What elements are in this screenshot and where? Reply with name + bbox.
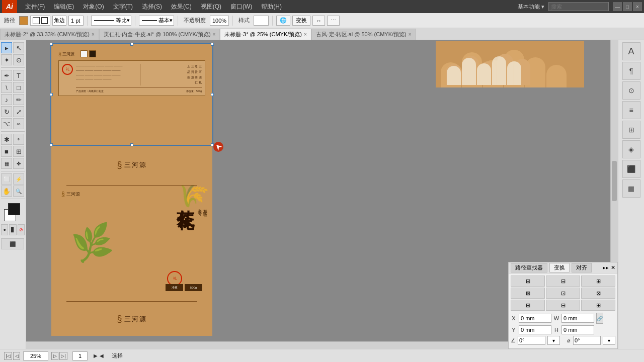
stop-btn[interactable]: ◀: [100, 353, 104, 358]
maximize-button[interactable]: □: [623, 2, 632, 11]
pathfinder-tab[interactable]: 路径查找器: [511, 263, 547, 273]
extra-btn1[interactable]: ↔: [312, 16, 325, 26]
mesh-tool[interactable]: ⊞: [13, 146, 24, 157]
scroll-thumb-v[interactable]: [612, 161, 617, 201]
tab-3[interactable]: 古风-定·转区.ai @ 50% (CMYK/预览) ×: [311, 29, 416, 40]
menu-effect[interactable]: 效果(C): [167, 2, 196, 12]
align-tc[interactable]: ⊟: [546, 276, 580, 287]
panel-menu-btn[interactable]: ▸▸: [603, 264, 609, 271]
eyedropper-tool[interactable]: ✱: [1, 134, 12, 145]
align-bc[interactable]: ⊟: [546, 300, 580, 311]
menu-edit[interactable]: 编辑(E): [50, 2, 78, 12]
hand-tool[interactable]: ✋: [1, 186, 12, 197]
artboard-tool[interactable]: ⬜: [1, 173, 12, 185]
transform-label[interactable]: 变换: [292, 16, 310, 26]
color-btn[interactable]: ⬛: [622, 160, 640, 178]
globe-button[interactable]: 🌐: [276, 16, 290, 26]
rotate-tool[interactable]: ↻: [1, 106, 12, 117]
page-prev-outer[interactable]: |◁: [4, 352, 12, 360]
align-ml[interactable]: ⊠: [511, 288, 545, 299]
play-btn[interactable]: ▶: [94, 353, 98, 358]
lasso-tool[interactable]: ⊙: [13, 54, 24, 65]
align-bl[interactable]: ⊞: [511, 300, 545, 311]
menu-object[interactable]: 对象(O): [79, 2, 108, 12]
type-tool[interactable]: T: [13, 70, 24, 81]
h-input[interactable]: [561, 325, 594, 334]
tab-1[interactable]: 页仁礼-内盒-牛皮.ai* @ 100% (CMYK/预览) ×: [99, 29, 220, 40]
menu-select[interactable]: 选择(S): [138, 2, 166, 12]
paintbrush-tool[interactable]: ♪: [1, 94, 12, 105]
gradient-tool[interactable]: ■: [1, 146, 12, 157]
scale-tool[interactable]: ⤢: [13, 106, 24, 117]
stroke-box[interactable]: [30, 16, 50, 26]
foreground-color[interactable]: [8, 203, 20, 215]
angle-dropdown[interactable]: ▾: [547, 336, 560, 345]
page-next-outer[interactable]: ▷|: [59, 352, 67, 360]
select-tool[interactable]: ▸: [1, 42, 12, 53]
align-btn[interactable]: ⊞: [622, 121, 640, 139]
align-tr[interactable]: ⊞: [581, 276, 615, 287]
swatches-btn[interactable]: ▦: [622, 179, 640, 198]
shear-input[interactable]: [573, 336, 601, 345]
measure-tool[interactable]: ⌖: [13, 134, 24, 145]
opacity-value[interactable]: 100%: [210, 16, 229, 26]
line-style[interactable]: 基本▾: [139, 16, 174, 26]
corner-style[interactable]: 角边: [52, 16, 66, 26]
paragraph-panel-btn[interactable]: ¶: [622, 62, 640, 80]
warp-tool[interactable]: ⌥: [1, 118, 12, 129]
align-tl[interactable]: ⊞: [511, 276, 545, 287]
graph-tool[interactable]: ▦: [1, 158, 12, 169]
appearance-btn[interactable]: ⊙: [622, 81, 640, 100]
stroke-weight[interactable]: 1 pt: [68, 16, 84, 26]
layers-btn[interactable]: ≡: [622, 101, 640, 119]
direct-select-tool[interactable]: ↖: [13, 42, 24, 53]
page-number-input[interactable]: [72, 351, 88, 360]
w-input[interactable]: [561, 314, 594, 323]
fill-color[interactable]: [19, 16, 28, 25]
y-input[interactable]: [519, 325, 551, 334]
tab-2[interactable]: 未标题-3* @ 25% (CMYK/预览) ×: [220, 29, 311, 40]
page-prev[interactable]: ◁: [13, 352, 20, 360]
extra-btn2[interactable]: ⋯: [327, 16, 340, 26]
symbol-tool[interactable]: ✤: [13, 158, 24, 169]
tab-close-1[interactable]: ×: [213, 32, 216, 37]
change-screen-mode[interactable]: ⬛: [1, 238, 24, 249]
color-mode-btn[interactable]: ●: [1, 224, 8, 235]
transform-tab[interactable]: 变换: [549, 263, 570, 273]
tab-close-0[interactable]: ×: [92, 32, 95, 37]
none-color[interactable]: ⊘: [18, 224, 25, 235]
chain-link[interactable]: 🔗: [596, 313, 603, 324]
close-button[interactable]: ×: [633, 2, 642, 11]
panel-close-btn[interactable]: ✕: [611, 264, 615, 271]
dash-style[interactable]: 等比▾: [91, 16, 131, 26]
align-mr[interactable]: ⊠: [581, 288, 615, 299]
pathfinder-btn[interactable]: ◈: [622, 140, 640, 158]
angle-input[interactable]: [518, 336, 545, 345]
pen-tool[interactable]: ✒: [1, 70, 12, 81]
align-tab[interactable]: 对齐: [572, 263, 592, 273]
slice-tool[interactable]: ⚡: [13, 173, 24, 185]
search-input[interactable]: [548, 2, 609, 11]
align-mc[interactable]: ⊡: [546, 288, 580, 299]
style-box[interactable]: [254, 16, 269, 26]
zoom-input[interactable]: [23, 351, 48, 360]
menu-help[interactable]: 帮助(H): [257, 2, 286, 12]
tab-0[interactable]: 未标题-2* @ 33.33% (CMYK/预览) ×: [0, 29, 99, 40]
gradient-quick[interactable]: ▊: [9, 224, 16, 235]
magic-wand-tool[interactable]: ✦: [1, 54, 12, 65]
menu-type[interactable]: 文字(T): [109, 2, 137, 12]
page-next[interactable]: ▷: [51, 352, 58, 360]
tab-close-3[interactable]: ×: [409, 32, 412, 37]
tab-close-2[interactable]: ×: [304, 32, 307, 37]
align-br[interactable]: ⊞: [581, 300, 615, 311]
menu-file[interactable]: 文件(F): [21, 2, 49, 12]
x-input[interactable]: [519, 314, 551, 323]
rect-tool[interactable]: □: [13, 82, 24, 93]
blend-tool[interactable]: ∞: [13, 118, 24, 129]
line-tool[interactable]: \: [1, 82, 12, 93]
pencil-tool[interactable]: ✏: [13, 94, 24, 105]
shear-dropdown[interactable]: ▾: [603, 336, 615, 345]
character-panel-btn[interactable]: A: [622, 42, 640, 60]
minimize-button[interactable]: —: [613, 2, 622, 11]
zoom-tool[interactable]: 🔍: [13, 186, 24, 197]
